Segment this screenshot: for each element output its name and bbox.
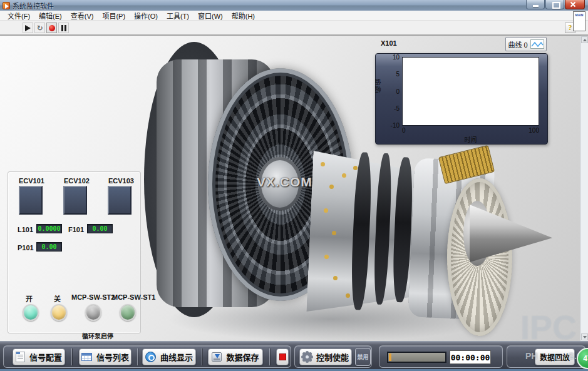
menu-window[interactable]: 窗口(W) — [193, 11, 227, 21]
vi-icon-panel: MAIN — [573, 11, 585, 31]
title-bar: 系统监控软件 — [0, 0, 588, 11]
menu-operate[interactable]: 操作(O) — [130, 11, 162, 21]
led-label: 关 — [54, 293, 61, 303]
watermark-corner-big: IPC — [520, 308, 577, 347]
document-icon — [16, 352, 25, 362]
scroll-up-arrow[interactable] — [581, 36, 588, 43]
control-groupbox: ECV101 ECV102 ECV103 L101 0.0000 F101 0.… — [8, 171, 141, 333]
readout-p101: 0.00 — [36, 242, 62, 252]
magnifier-icon — [145, 352, 156, 362]
save-icon — [212, 352, 222, 362]
button-label: 数据保存 — [226, 351, 259, 363]
pause-button[interactable] — [58, 23, 69, 33]
chart-xlabel: 时间 — [402, 135, 539, 144]
pump-toggle-title: 循环泵启停 — [82, 331, 113, 340]
control-enable-group: 控制使能 禁用 — [294, 345, 372, 368]
led-label: MCP-SW-ST1 — [112, 293, 155, 301]
playback-group: 数据回放 — [507, 345, 585, 368]
run-continuous-button[interactable]: ↻ — [34, 23, 45, 33]
y-tick: 0 — [396, 88, 400, 95]
button-label: 信号配置 — [29, 351, 62, 363]
x-tick: 100 — [529, 127, 539, 134]
menu-project[interactable]: 项目(P) — [98, 11, 130, 21]
button-label: 控制使能 — [316, 351, 349, 363]
signal-list-button[interactable]: 信号列表 — [79, 348, 132, 365]
bottom-bar: 信号配置 信号列表 曲线显示 数据保存 — [0, 341, 588, 369]
stop-indicator-button[interactable] — [276, 348, 289, 365]
waveform-chart: 幅值 10 5 0 -5 -10 0 100 时间 — [375, 53, 548, 145]
valve-ecv103[interactable] — [108, 186, 132, 215]
chart-x-axis: 0 100 — [402, 127, 539, 134]
vertical-scrollbar[interactable] — [580, 36, 588, 341]
signal-button-group: 信号配置 信号列表 曲线显示 数据保存 — [3, 345, 291, 368]
readout-label: F101 — [68, 226, 84, 233]
valve-ecv101[interactable] — [19, 186, 43, 215]
led-label: 开 — [26, 293, 33, 303]
abort-icon — [49, 25, 55, 31]
app-window: 系统监控软件 文件(F) 编辑(E) 查看(V) 项目(P) 操作(O) 工具(… — [0, 0, 588, 371]
led-on[interactable] — [23, 304, 39, 321]
y-tick: -5 — [394, 105, 400, 112]
table-icon — [81, 353, 92, 361]
gear-icon — [302, 352, 312, 362]
valve-ecv102[interactable] — [63, 186, 87, 215]
waveform-icon — [530, 39, 544, 49]
readout-label: P101 — [18, 244, 34, 252]
valve-label: ECV103 — [108, 177, 134, 185]
menu-file[interactable]: 文件(F) — [3, 11, 34, 21]
led-mcp-sw-st2[interactable] — [85, 304, 101, 321]
control-state-button[interactable]: 禁用 — [355, 348, 371, 366]
menu-bar: 文件(F) 编辑(E) 查看(V) 项目(P) 操作(O) 工具(T) 窗口(W… — [0, 11, 588, 21]
menu-view[interactable]: 查看(V) — [66, 11, 98, 21]
separator — [269, 348, 270, 365]
valve-label: ECV102 — [64, 177, 90, 185]
maximize-button[interactable] — [545, 0, 564, 9]
led-off[interactable] — [51, 304, 67, 321]
button-label: 曲线显示 — [160, 351, 193, 363]
y-tick: 10 — [393, 54, 400, 61]
progress-mark — [389, 353, 391, 361]
run-continuous-icon: ↻ — [36, 24, 43, 32]
engine-gold-piping — [321, 162, 325, 166]
readout-label: L101 — [18, 226, 33, 233]
x-tick: 0 — [402, 127, 406, 134]
timer-group: 00:00:00 — [379, 345, 503, 368]
data-playback-button[interactable]: 数据回放 — [535, 348, 575, 365]
button-label: 信号列表 — [96, 351, 129, 363]
run-icon — [25, 25, 31, 31]
chart-legend[interactable]: 曲线 0 — [505, 37, 547, 51]
valve-label: ECV101 — [19, 177, 44, 185]
led-mcp-sw-st1[interactable] — [120, 304, 136, 321]
readout-l101: 0.0000 — [36, 224, 62, 233]
separator — [137, 348, 138, 365]
stop-icon — [279, 353, 286, 360]
toolbar: ↻ ? — [0, 21, 588, 35]
elapsed-timer: 00:00:00 — [450, 350, 491, 364]
elapsed-progress-bar — [387, 352, 446, 363]
chart-plot-area — [402, 57, 539, 126]
pause-icon — [61, 25, 67, 31]
watermark-center: VX.COM — [257, 175, 312, 190]
led-label: MCP-SW-ST2 — [71, 293, 115, 301]
scroll-down-arrow[interactable] — [581, 333, 588, 340]
legend-label: 曲线 0 — [508, 39, 527, 49]
control-enable-button[interactable]: 控制使能 — [299, 348, 352, 365]
data-save-button[interactable]: 数据保存 — [208, 348, 263, 365]
separator — [71, 348, 72, 365]
menu-tools[interactable]: 工具(T) — [162, 11, 193, 21]
window-title: 系统监控软件 — [13, 1, 54, 11]
chart-y-axis: 10 5 0 -5 -10 — [379, 54, 400, 129]
abort-button[interactable] — [46, 23, 57, 33]
run-button[interactable] — [23, 23, 33, 33]
menu-edit[interactable]: 编辑(E) — [34, 11, 66, 21]
readout-f101: 0.00 — [87, 224, 113, 233]
y-tick: -10 — [391, 122, 400, 129]
signal-config-button[interactable]: 信号配置 — [13, 348, 65, 365]
curve-display-button[interactable]: 曲线显示 — [142, 348, 196, 365]
separator — [202, 348, 202, 365]
minimize-button[interactable] — [526, 0, 545, 9]
button-label: 数据回放 — [540, 352, 570, 362]
menu-help[interactable]: 帮助(H) — [227, 11, 259, 21]
app-icon — [3, 2, 10, 9]
close-button[interactable] — [565, 0, 585, 9]
